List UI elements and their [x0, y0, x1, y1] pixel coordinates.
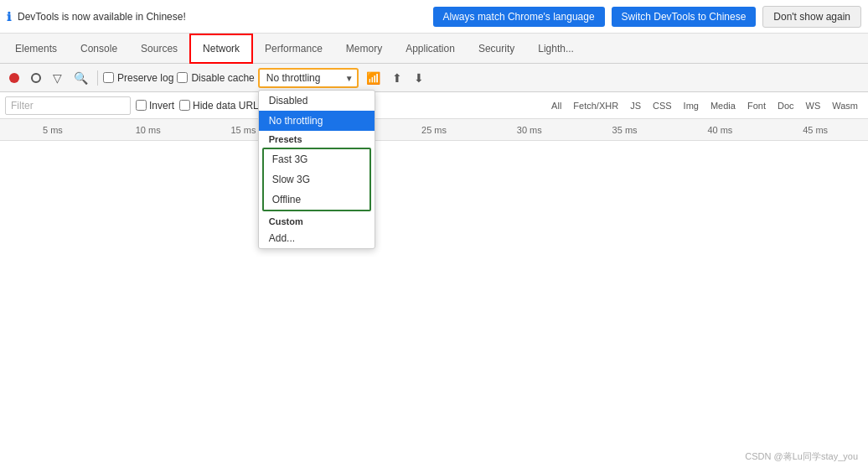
filter-btn-img[interactable]: Img	[679, 99, 704, 112]
invert-label[interactable]: Invert	[136, 100, 174, 112]
tab-console[interactable]: Console	[69, 34, 129, 64]
dropdown-item-disabled[interactable]: Disabled	[259, 91, 375, 111]
info-bar: ℹ DevTools is now available in Chinese! …	[0, 0, 868, 34]
tab-application[interactable]: Application	[394, 34, 467, 64]
timeline-25ms: 25 ms	[386, 125, 482, 135]
search-button[interactable]: 🔍	[70, 69, 92, 87]
throttling-wrapper: No throttling ▼ Disabled No throttling P…	[258, 68, 359, 88]
import-button[interactable]: ⬆	[388, 69, 406, 87]
tab-memory[interactable]: Memory	[334, 34, 394, 64]
tab-security[interactable]: Security	[467, 34, 526, 64]
tab-sources[interactable]: Sources	[129, 34, 189, 64]
filter-btn-all[interactable]: All	[546, 99, 566, 112]
match-language-button[interactable]: Always match Chrome's language	[433, 7, 605, 27]
search-icon: 🔍	[74, 71, 88, 85]
filter-btn-font[interactable]: Font	[742, 99, 771, 112]
dropdown-item-add[interactable]: Add...	[259, 228, 375, 248]
toolbar: ▽ 🔍 Preserve log Disable cache No thrott…	[0, 64, 868, 92]
filter-bar: Invert Hide data URLs All Fetch/XHR JS C…	[0, 92, 868, 119]
dropdown-presets-group: Fast 3G Slow 3G Offline	[262, 148, 371, 211]
tab-network[interactable]: Network	[189, 34, 253, 64]
timeline-45ms: 45 ms	[767, 125, 863, 135]
throttling-select[interactable]: No throttling	[258, 68, 359, 88]
tab-performance[interactable]: Performance	[253, 34, 334, 64]
dropdown-custom-header: Custom	[259, 213, 375, 228]
download-icon: ⬇	[414, 71, 424, 85]
stop-icon	[31, 73, 41, 83]
dont-show-button[interactable]: Don't show again	[762, 6, 861, 28]
tab-elements[interactable]: Elements	[3, 34, 69, 64]
tab-lighthouse[interactable]: Lighth...	[526, 34, 586, 64]
separator-1	[97, 70, 98, 86]
record-icon	[9, 73, 19, 83]
filter-btn-wasm[interactable]: Wasm	[827, 99, 863, 112]
timeline-30ms: 30 ms	[482, 125, 577, 135]
timeline-5ms: 5 ms	[5, 125, 101, 135]
info-icon: ℹ	[7, 10, 11, 23]
hide-data-urls-text: Hide data URLs	[193, 100, 264, 112]
filter-icon: ▽	[53, 71, 62, 85]
hide-data-urls-checkbox[interactable]	[179, 100, 190, 111]
preserve-log-checkbox[interactable]	[103, 72, 114, 83]
dropdown-item-slow3g[interactable]: Slow 3G	[264, 169, 369, 190]
timeline-35ms: 35 ms	[577, 125, 673, 135]
filter-btn-css[interactable]: CSS	[648, 99, 677, 112]
filter-type-buttons: All Fetch/XHR JS CSS Img Media Font Doc …	[546, 99, 863, 112]
timeline-40ms: 40 ms	[672, 125, 767, 135]
filter-btn-doc[interactable]: Doc	[772, 99, 799, 112]
dropdown-item-no-throttling[interactable]: No throttling	[259, 111, 375, 131]
filter-btn-media[interactable]: Media	[705, 99, 741, 112]
filter-btn-ws[interactable]: WS	[801, 99, 826, 112]
filter-icon-button[interactable]: ▽	[49, 69, 66, 87]
preserve-log-text: Preserve log	[117, 72, 173, 84]
record-button[interactable]	[5, 70, 23, 86]
main-content: CSDN @蒋Lu同学stay_you	[0, 141, 868, 473]
invert-text: Invert	[149, 100, 174, 112]
preserve-log-label[interactable]: Preserve log	[103, 72, 173, 84]
clear-button[interactable]	[27, 70, 45, 86]
dropdown-presets-header: Presets	[259, 131, 375, 146]
dropdown-item-offline[interactable]: Offline	[264, 190, 369, 210]
tab-bar: Elements Console Sources Network Perform…	[0, 34, 868, 64]
filter-btn-fetch-xhr[interactable]: Fetch/XHR	[568, 99, 623, 112]
filter-input[interactable]	[5, 96, 131, 115]
invert-checkbox[interactable]	[136, 100, 147, 111]
switch-devtools-button[interactable]: Switch DevTools to Chinese	[612, 7, 757, 27]
disable-cache-text: Disable cache	[191, 72, 254, 84]
timeline-header: 5 ms 10 ms 15 ms 20 ms 25 ms 30 ms 35 ms…	[0, 119, 868, 141]
timeline-10ms: 10 ms	[101, 125, 196, 135]
export-button[interactable]: ⬇	[410, 69, 428, 87]
hide-data-urls-label[interactable]: Hide data URLs	[179, 100, 264, 112]
offline-mode-button[interactable]: 📶	[362, 69, 385, 87]
throttling-dropdown-menu: Disabled No throttling Presets Fast 3G S…	[258, 90, 375, 249]
disable-cache-label[interactable]: Disable cache	[177, 72, 254, 84]
dropdown-item-fast3g[interactable]: Fast 3G	[264, 149, 369, 169]
upload-icon: ⬆	[392, 71, 402, 85]
filter-btn-js[interactable]: JS	[625, 99, 646, 112]
wifi-icon: 📶	[366, 71, 380, 85]
watermark: CSDN @蒋Lu同学stay_you	[745, 450, 858, 463]
info-text: DevTools is now available in Chinese!	[18, 11, 426, 23]
disable-cache-checkbox[interactable]	[177, 72, 188, 83]
